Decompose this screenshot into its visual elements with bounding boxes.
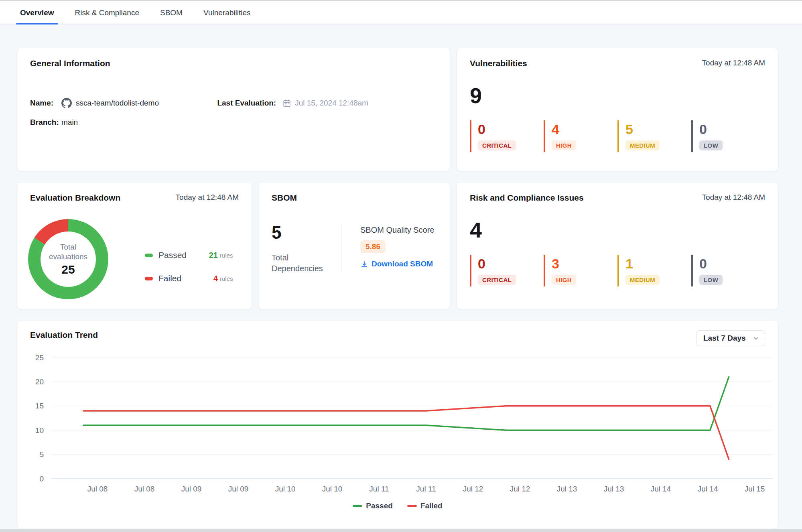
calendar-icon [282, 99, 291, 108]
failed-legend-label: Failed [420, 502, 443, 510]
severity-medium: 5 MEDIUM [617, 120, 691, 152]
low-badge: LOW [699, 140, 723, 150]
window-bottom-edge [0, 529, 802, 532]
low-badge: LOW [699, 275, 723, 285]
failed-unit: rules [220, 275, 233, 282]
high-count: 3 [552, 256, 617, 272]
legend-passed-row: Passed 21 rules [145, 250, 246, 260]
failed-line-icon [407, 505, 417, 507]
tab-risk-compliance[interactable]: Risk & Compliance [71, 1, 144, 24]
svg-text:Jul 12: Jul 12 [510, 485, 530, 493]
donut-center: Total evaluations 25 [41, 231, 96, 287]
svg-text:Jul 08: Jul 08 [134, 485, 155, 493]
last-evaluation-value: Jul 15, 2024 12:48am [282, 99, 368, 108]
svg-text:Jul 14: Jul 14 [698, 485, 718, 493]
legend-passed-item: Passed [353, 502, 393, 510]
severity-low: 0 LOW [691, 120, 765, 152]
svg-text:Jul 09: Jul 09 [228, 485, 249, 493]
high-badge: HIGH [552, 140, 576, 150]
severity-critical: 0 CRITICAL [470, 120, 544, 152]
critical-count: 0 [478, 256, 544, 272]
severity-critical: 0 CRITICAL [470, 255, 544, 286]
vulnerabilities-total: 9 [470, 83, 765, 108]
failed-pill-icon [145, 277, 153, 280]
medium-count: 1 [625, 256, 691, 272]
tab-bar: Overview Risk & Compliance SBOM Vulnerab… [0, 1, 802, 25]
branch-row: Branch: main [30, 116, 217, 128]
failed-count: 4 [202, 274, 218, 283]
vulnerabilities-card: Vulnerabilities Today at 12:48 AM 9 0 CR… [457, 48, 778, 172]
medium-badge: MEDIUM [625, 140, 660, 150]
evaluation-trend-card: Evaluation Trend Last 7 Days 0510152025J… [17, 320, 778, 529]
general-information-card: General Information Name: ssca-team/todo… [17, 48, 450, 172]
date-range-dropdown[interactable]: Last 7 Days [696, 330, 765, 346]
passed-count: 21 [202, 251, 218, 260]
evaluation-trend-chart: 0510152025Jul 08Jul 08Jul 09Jul 09Jul 10… [30, 350, 776, 497]
critical-count: 0 [478, 121, 544, 137]
last-evaluation-label: Last Evaluation: [217, 99, 276, 108]
passed-name: Passed [158, 250, 202, 260]
vulnerabilities-title: Vulnerabilities [470, 59, 527, 68]
high-count: 4 [552, 121, 617, 137]
github-icon [61, 98, 72, 108]
svg-text:20: 20 [35, 378, 44, 386]
passed-unit: rules [220, 252, 233, 259]
sbom-divider [341, 224, 341, 272]
evaluations-donut-chart: Total evaluations 25 [28, 219, 108, 299]
failed-name: Failed [158, 274, 202, 283]
vulnerabilities-timestamp: Today at 12:48 AM [702, 59, 765, 67]
svg-text:5: 5 [39, 450, 44, 459]
donut-center-label: Total evaluations [45, 242, 91, 262]
name-label: Name: [30, 99, 61, 108]
chevron-down-icon [753, 335, 759, 341]
passed-pill-icon [145, 254, 153, 257]
evaluation-breakdown-title: Evaluation Breakdown [30, 193, 120, 203]
evaluation-breakdown-card: Evaluation Breakdown Today at 12:48 AM T… [17, 182, 252, 310]
medium-count: 5 [625, 121, 691, 137]
repo-name-text: ssca-team/todolist-demo [76, 99, 159, 108]
risk-compliance-title: Risk and Compliance Issues [470, 193, 584, 203]
general-info-title: General Information [30, 59, 110, 68]
download-sbom-link[interactable]: Download SBOM [360, 260, 435, 268]
severity-high: 4 HIGH [544, 120, 617, 152]
medium-badge: MEDIUM [625, 275, 660, 285]
total-dependencies-count: 5 [272, 223, 281, 243]
svg-text:15: 15 [35, 402, 44, 410]
severity-medium: 1 MEDIUM [617, 255, 691, 286]
branch-value: main [61, 118, 78, 127]
evaluation-trend-title: Evaluation Trend [30, 330, 98, 340]
sbom-quality-score-badge: 5.86 [360, 240, 386, 253]
risk-compliance-timestamp: Today at 12:48 AM [702, 193, 765, 202]
legend-failed-row: Failed 4 rules [145, 273, 246, 284]
legend-failed-item: Failed [407, 502, 443, 510]
high-badge: HIGH [552, 275, 576, 285]
tab-overview[interactable]: Overview [16, 1, 58, 24]
svg-text:Jul 11: Jul 11 [369, 485, 389, 493]
download-sbom-label: Download SBOM [372, 260, 433, 268]
date-range-value: Last 7 Days [703, 334, 746, 343]
severity-high: 3 HIGH [544, 255, 617, 286]
risk-compliance-card: Risk and Compliance Issues Today at 12:4… [457, 182, 778, 310]
svg-text:Jul 12: Jul 12 [463, 485, 483, 493]
sbom-quality-score-label: SBOM Quality Score [360, 225, 435, 235]
svg-text:Jul 13: Jul 13 [557, 485, 577, 493]
sbom-card: SBOM 5 Total Dependencies SBOM Quality S… [258, 182, 450, 310]
svg-text:Jul 08: Jul 08 [87, 485, 108, 493]
sbom-title: SBOM [272, 193, 297, 203]
low-count: 0 [699, 121, 765, 137]
last-evaluation-text: Jul 15, 2024 12:48am [295, 99, 368, 108]
passed-legend-label: Passed [366, 502, 393, 510]
severity-low: 0 LOW [691, 255, 765, 286]
tab-sbom[interactable]: SBOM [156, 1, 187, 24]
trend-legend: Passed Failed [30, 502, 765, 510]
tab-vulnerabilities[interactable]: Vulnerabilities [199, 1, 255, 24]
critical-badge: CRITICAL [478, 275, 516, 285]
critical-badge: CRITICAL [478, 140, 516, 150]
low-count: 0 [699, 256, 765, 272]
svg-text:Jul 09: Jul 09 [181, 485, 202, 493]
breakdown-legend: Passed 21 rules Failed 4 rules [145, 250, 246, 296]
donut-center-value: 25 [61, 263, 75, 276]
evaluation-breakdown-timestamp: Today at 12:48 AM [176, 193, 239, 202]
svg-text:Jul 13: Jul 13 [604, 485, 624, 493]
svg-text:0: 0 [39, 475, 44, 483]
